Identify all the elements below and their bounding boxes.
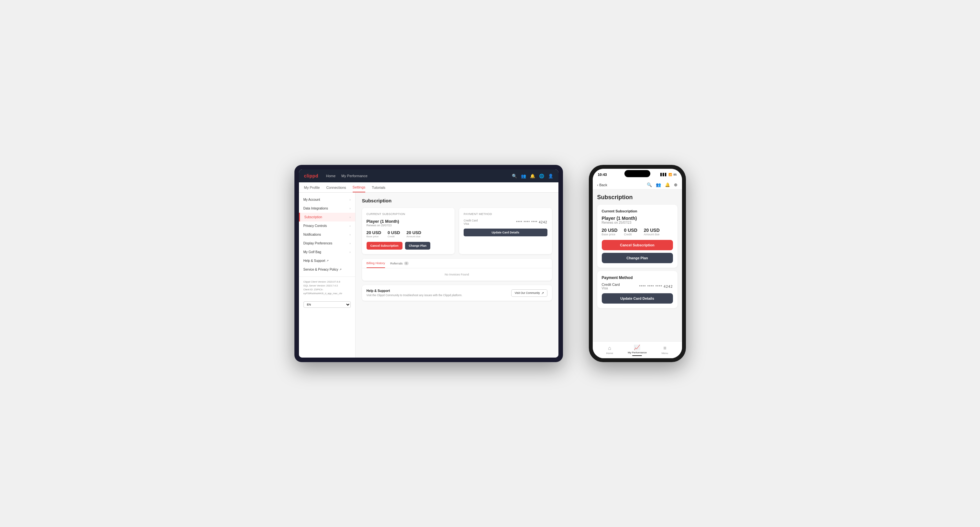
phone-update-card-button[interactable]: Update Card Details — [602, 293, 673, 303]
payment-info-row: Credit Card Visa **** **** **** 4242 — [464, 219, 547, 225]
menu-icon: ≡ — [663, 345, 666, 351]
chevron-icon: › — [350, 198, 351, 202]
sidebar-item-notifications[interactable]: Notifications › — [299, 230, 355, 239]
phone-nav-home[interactable]: ⌂ Home — [596, 345, 624, 355]
globe-icon[interactable]: 🌐 — [539, 174, 544, 178]
tablet-screen: clippd Home My Performance 🔍 👥 🔔 🌐 👤 My … — [299, 170, 558, 357]
change-plan-button[interactable]: Change Plan — [405, 242, 431, 249]
phone-due-label: Amount due — [644, 233, 660, 236]
card-number: **** **** **** 4242 — [516, 221, 547, 224]
nav-my-performance[interactable]: My Performance — [341, 174, 368, 178]
referrals-tab[interactable]: Referrals 0 — [390, 259, 409, 268]
phone-payment-card: Payment Method Credit Card Visa **** ***… — [597, 271, 678, 308]
phone-card-brand: Visa — [602, 286, 620, 290]
phone-time: 10:43 — [598, 173, 607, 176]
phone-header-icons: 🔍 👥 🔔 ⊕ — [647, 183, 678, 187]
subnav-my-profile[interactable]: My Profile — [304, 183, 320, 192]
referrals-label: Referrals — [390, 262, 403, 265]
phone-change-plan-button[interactable]: Change Plan — [602, 253, 673, 263]
sidebar-item-subscription[interactable]: Subscription › — [299, 213, 355, 221]
price-row: 20 USD Base price 0 USD Credit 20 USD Am… — [367, 230, 450, 238]
amount-due: 20 USD — [406, 230, 421, 235]
back-button[interactable]: ‹ Back — [597, 183, 607, 187]
amount-due-label: Amount due — [406, 235, 421, 238]
phone-status-icons: ▋▋▋ 📶 85 — [660, 173, 676, 176]
phone-cancel-button[interactable]: Cancel Subscription — [602, 240, 673, 250]
phone-nav-menu[interactable]: ≡ Menu — [651, 345, 678, 355]
visit-community-button[interactable]: Visit Our Community ↗ — [511, 289, 547, 297]
sidebar-item-my-account[interactable]: My Account › — [299, 195, 355, 204]
phone-notch — [624, 170, 650, 177]
tablet-content: My Account › Data Integrations › Subscri… — [299, 193, 558, 357]
phone-status-bar: 10:43 ▋▋▋ 📶 85 — [593, 169, 682, 180]
active-underline — [632, 355, 642, 356]
phone-payment-type-block: Credit Card Visa — [602, 283, 620, 290]
billing-history-tab[interactable]: Billing History — [367, 259, 385, 268]
subnav-connections[interactable]: Connections — [326, 183, 346, 192]
search-icon[interactable]: 🔍 — [512, 174, 517, 178]
chevron-icon: › — [350, 233, 351, 237]
version-line-3: Client ID: ZSPtCIr-eyF59RaWralHK0t_d_app… — [304, 288, 351, 295]
notifications-icon[interactable]: 🔔 — [530, 174, 535, 178]
phone-nav-performance[interactable]: 📈 My Performance — [624, 344, 651, 356]
phone-plan-name: Player (1 Month) — [602, 216, 673, 221]
sidebar-item-label: My Account — [304, 198, 320, 202]
sidebar-item-label: Subscription — [304, 215, 322, 219]
sidebar-item-display-preferences[interactable]: Display Preferences › — [299, 239, 355, 248]
language-select[interactable]: EN — [304, 301, 351, 308]
phone-device: 10:43 ▋▋▋ 📶 85 ‹ Back 🔍 👥 🔔 ⊕ Subscripti… — [589, 165, 686, 362]
phone-base-price: 20 USD Base price — [602, 228, 618, 236]
sidebar-service-privacy[interactable]: Service & Privacy Policy ↗ — [299, 265, 355, 274]
billing-tabs: Billing History Referrals 0 — [362, 259, 552, 268]
sidebar-item-privacy-controls[interactable]: Privacy Controls › — [299, 221, 355, 230]
phone-current-sub-label: Current Subscription — [602, 209, 673, 213]
visit-community-label: Visit Our Community — [515, 291, 540, 295]
credit-label: Credit — [388, 235, 400, 238]
users-icon[interactable]: 👥 — [521, 174, 526, 178]
phone-screen: 10:43 ▋▋▋ 📶 85 ‹ Back 🔍 👥 🔔 ⊕ Subscripti… — [593, 169, 682, 358]
home-icon: ⌂ — [608, 345, 611, 351]
search-icon[interactable]: 🔍 — [647, 183, 652, 187]
add-icon[interactable]: ⊕ — [674, 183, 678, 187]
phone-header: ‹ Back 🔍 👥 🔔 ⊕ — [593, 180, 682, 189]
main-content: Subscription Current Subscription Player… — [356, 193, 558, 357]
account-icon[interactable]: 👤 — [548, 174, 553, 178]
users-icon[interactable]: 👥 — [656, 183, 661, 187]
phone-subscription-card: Current Subscription Player (1 Month) Re… — [597, 205, 678, 268]
chevron-icon: › — [350, 242, 351, 245]
phone-card-type: Credit Card — [602, 283, 620, 286]
subnav-settings[interactable]: Settings — [353, 183, 366, 192]
tablet-subnav: My Profile Connections Settings Tutorial… — [299, 183, 558, 193]
phone-payment-label: Payment Method — [602, 275, 673, 280]
battery-icon: 85 — [673, 173, 676, 176]
tablet-device: clippd Home My Performance 🔍 👥 🔔 🌐 👤 My … — [294, 165, 563, 362]
cancel-subscription-button[interactable]: Cancel Subscription — [367, 242, 402, 249]
nav-icons: 🔍 👥 🔔 🌐 👤 — [512, 174, 553, 178]
payment-type: Credit Card Visa — [464, 219, 477, 225]
subnav-tutorials[interactable]: Tutorials — [372, 183, 385, 192]
chevron-icon: › — [350, 251, 351, 254]
phone-amount-due: 20 USD Amount due — [644, 228, 660, 236]
sidebar-item-label: My Golf Bag — [304, 250, 321, 254]
sidebar-item-my-golf-bag[interactable]: My Golf Bag › — [299, 248, 355, 256]
credit-amount: 0 USD — [388, 230, 400, 235]
nav-links: Home My Performance — [326, 174, 368, 178]
wifi-icon: 📶 — [668, 173, 672, 176]
amount-due-item: 20 USD Amount due — [406, 230, 421, 238]
signal-icon: ▋▋▋ — [660, 173, 667, 176]
sidebar-item-label: Notifications — [304, 233, 321, 237]
chevron-icon: › — [350, 224, 351, 228]
update-card-button[interactable]: Update Card Details — [464, 229, 547, 237]
phone-bottom-nav: ⌂ Home 📈 My Performance ≡ Menu — [593, 341, 682, 358]
base-price-amount: 20 USD — [367, 230, 382, 235]
app-logo: clippd — [304, 173, 318, 178]
performance-icon: 📈 — [634, 344, 640, 351]
sidebar-help-support[interactable]: Help & Support ↗ — [299, 256, 355, 265]
referrals-badge: 0 — [404, 262, 409, 265]
sidebar-link-label: Service & Privacy Policy — [304, 268, 339, 271]
nav-home[interactable]: Home — [326, 174, 336, 178]
credit-item: 0 USD Credit — [388, 230, 400, 238]
sidebar-item-data-integrations[interactable]: Data Integrations › — [299, 204, 355, 213]
help-title: Help & Support — [367, 289, 463, 293]
notifications-icon[interactable]: 🔔 — [665, 183, 670, 187]
